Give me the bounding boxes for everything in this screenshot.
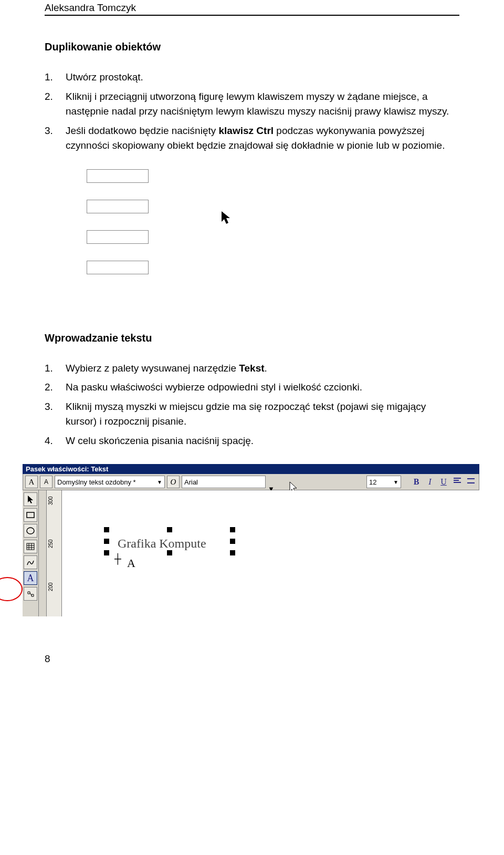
figure-rect	[87, 169, 149, 183]
lines-button[interactable]	[465, 477, 477, 487]
vertical-ruler: 300 250 200	[47, 490, 62, 616]
underline-button[interactable]: U	[438, 477, 449, 487]
text-origin-icon: ┼	[114, 553, 121, 564]
list-num: 1.	[45, 361, 66, 376]
list-text: W celu skończenia pisania naciśnij spacj…	[66, 434, 459, 449]
toolbox: A	[23, 490, 39, 616]
text-style-combo[interactable]: Domyślny tekst ozdobny * ▼	[55, 476, 165, 488]
lines-icon	[467, 477, 475, 485]
list-text-before: Wybierz z palety wysuwanej narzędzie	[66, 363, 239, 374]
figure-rect	[87, 230, 149, 244]
text-style-value: Domyślny tekst ozdobny *	[57, 478, 136, 486]
font-family-combo[interactable]: Arial	[182, 476, 266, 488]
list-num: 3.	[45, 123, 66, 139]
text-content: Grafika Kompute	[118, 537, 206, 551]
align-button[interactable]	[452, 477, 463, 487]
list-item: 1. Utwórz prostokąt.	[45, 70, 459, 85]
text-tool[interactable]: A	[24, 571, 37, 585]
figure-rect	[87, 261, 149, 274]
list-text: Jeśli dodatkowo będzie naciśnięty klawis…	[66, 123, 459, 153]
list-item: 2. Na pasku właściwości wybierze odpowie…	[45, 380, 459, 395]
property-bar: Pasek właściwości: Tekst A A Domyślny te…	[23, 464, 479, 490]
chevron-down-icon: ▼	[390, 479, 398, 485]
ruler-tick: 250	[48, 539, 54, 548]
figure-rect	[87, 200, 149, 213]
curve-icon	[26, 559, 35, 566]
toolbox-flyout	[39, 490, 47, 616]
section1-list: 1. Utwórz prostokąt. 2. Kliknij i przeci…	[45, 70, 459, 153]
cursor-arrow-icon	[220, 210, 232, 225]
section2-title: Wprowadzanie tekstu	[45, 332, 459, 344]
ruler-tick: 300	[48, 496, 54, 505]
text-a2-icon[interactable]: A	[40, 476, 52, 488]
list-text: Utwórz prostokąt.	[66, 70, 459, 85]
pick-tool[interactable]	[24, 492, 37, 506]
font-icon[interactable]: O	[167, 476, 180, 488]
list-num: 1.	[45, 70, 66, 85]
drawing-canvas[interactable]: Grafika Kompute ┼ A	[62, 490, 479, 616]
list-item: 3. Jeśli dodatkowo będzie naciśnięty kla…	[45, 123, 459, 153]
svg-rect-0	[27, 512, 34, 518]
italic-button[interactable]: I	[424, 477, 436, 487]
bold-button[interactable]: B	[411, 477, 422, 487]
list-text: Kliknij myszą myszki w miejscu gdzie ma …	[66, 399, 459, 429]
selection-handle[interactable]	[104, 527, 109, 532]
page-number: 8	[45, 653, 459, 665]
chevron-down-icon: ▼	[154, 479, 162, 485]
selection-handle[interactable]	[230, 527, 235, 532]
curve-tool[interactable]	[24, 555, 37, 569]
other-tool[interactable]	[24, 587, 37, 601]
rectangle-tool[interactable]	[24, 508, 37, 522]
ruler-tick: 200	[48, 582, 54, 591]
text-a-icon[interactable]: A	[25, 476, 38, 488]
selection-handle[interactable]	[167, 550, 172, 555]
section2-list: 1. Wybierz z palety wysuwanej narzędzie …	[45, 361, 459, 449]
svg-rect-2	[27, 543, 34, 550]
header-rule	[45, 15, 459, 16]
font-family-value: Arial	[184, 478, 198, 486]
list-num: 3.	[45, 399, 66, 415]
list-text: Wybierz z palety wysuwanej narzędzie Tek…	[66, 361, 459, 376]
interactive-icon	[26, 590, 35, 598]
list-text: Na pasku właściwości wybierze odpowiedni…	[66, 380, 459, 395]
list-num: 4.	[45, 434, 66, 449]
font-size-value: 12	[369, 478, 376, 486]
selection-handle[interactable]	[104, 539, 109, 544]
text-tool-cursor-icon: A	[127, 557, 135, 570]
list-text-bold: klawisz Ctrl	[219, 125, 274, 136]
section1-title: Duplikowanie obiektów	[45, 41, 459, 53]
ellipse-tool[interactable]	[24, 524, 37, 538]
pick-tool-icon	[27, 495, 34, 503]
list-text-before: Jeśli dodatkowo będzie naciśnięty	[66, 125, 219, 136]
list-text-after: .	[265, 363, 267, 374]
list-item: 2. Kliknij i przeciągnij utworzoną figur…	[45, 89, 459, 119]
rectangle-icon	[26, 512, 35, 518]
list-item: 4. W celu skończenia pisania naciśnij sp…	[45, 434, 459, 449]
list-text: Kliknij i przeciągnij utworzoną figurę l…	[66, 89, 459, 119]
svg-point-1	[27, 528, 34, 534]
list-item: 3. Kliknij myszą myszki w miejscu gdzie …	[45, 399, 459, 429]
canvas-area: A 300 250 200 Grafika Kompute	[23, 490, 479, 616]
property-bar-title: Pasek właściwości: Tekst	[23, 464, 479, 474]
figure-duplicated-rects	[87, 169, 318, 285]
list-item: 1. Wybierz z palety wysuwanej narzędzie …	[45, 361, 459, 376]
align-lines-icon	[453, 477, 461, 485]
selection-handle[interactable]	[230, 550, 235, 555]
author-name: Aleksandra Tomczyk	[45, 0, 459, 15]
grid-icon	[26, 543, 35, 550]
selection-handle[interactable]	[230, 539, 235, 544]
selection-handle[interactable]	[104, 550, 109, 555]
list-text-bold: Tekst	[239, 363, 264, 374]
selection-handle[interactable]	[167, 527, 172, 532]
list-num: 2.	[45, 89, 66, 105]
polygon-tool[interactable]	[24, 540, 37, 553]
highlight-ellipse	[0, 577, 23, 601]
font-size-combo[interactable]: 12 ▼	[366, 476, 401, 488]
list-num: 2.	[45, 380, 66, 395]
ellipse-icon	[26, 527, 35, 534]
